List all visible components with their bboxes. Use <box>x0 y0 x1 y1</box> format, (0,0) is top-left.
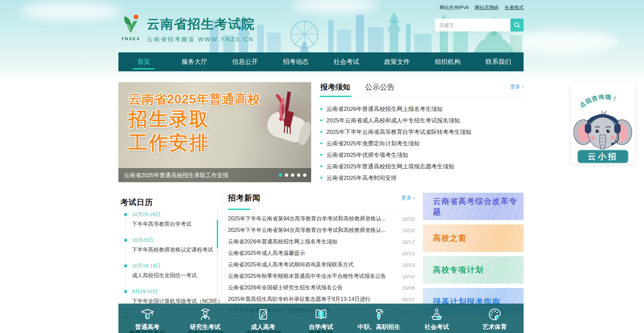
topic-banners: 云南省高考综合改革专题 高校之窗 高校专项计划 强基计划报考指南 <box>423 193 524 320</box>
calendar-item[interactable]: 10月25-26日 下半年高等教育自学考试 <box>118 211 222 228</box>
notice-item-title: 云南省2025年普通高校招生网上填报志愿考生须知 <box>326 163 454 170</box>
calendar-item[interactable]: 10月18-19日 成人高校招生全国统一考试 <box>118 263 222 279</box>
carousel-dot-5[interactable] <box>303 173 306 177</box>
notice-list-item[interactable]: 2025年云南省成人高校和成人中专招生考试报名须知 <box>320 115 524 126</box>
news-item-date: 10/20 <box>402 216 415 222</box>
tab-exam-notices[interactable]: 报考须知 <box>320 82 350 97</box>
notice-item-title: 2025年下半年云南省高等教育自学考试省际转考考生须知 <box>326 128 472 136</box>
hero-carousel[interactable]: 云南省2025年普通高校 招生录取 工作安排 云南省2025年普通高校招生录取工… <box>118 82 311 182</box>
quicknav-regular-gaokao[interactable]: 普通高考 教育相关单位 <box>118 304 176 333</box>
banner-special-university-plan[interactable]: 高校专项计划 <box>423 256 524 284</box>
topbar-link-accessibility[interactable]: 网站无障碍 <box>475 5 499 11</box>
carousel-dot-3[interactable] <box>291 173 294 177</box>
quicknav-sublink-education-units[interactable]: 教育相关单位 <box>129 329 166 333</box>
quicknav-graduate-exam[interactable]: 研究生考试 省内本科院校 <box>176 304 234 333</box>
admission-news-panel: 招考新闻 更多 › 2025年下半年云南省第94次高等教育自学考试和高校教师资格… <box>228 193 415 316</box>
mascot-consult-widget[interactable]: 点我咨询哦！ 云小招 <box>571 82 635 164</box>
notice-list: 云南省2026年普通高校招生网上报名考生须知 2025年云南省成人高校和成人中专… <box>320 103 524 184</box>
cloud-decoration <box>20 2 122 20</box>
nav-item-contact[interactable]: 联系我们 <box>473 52 524 71</box>
news-item-title: 云南省2026年全国硕士研究生招生考试报名公告 <box>228 284 402 291</box>
bullet-dot-icon <box>320 119 322 121</box>
timeline-dot-icon <box>124 213 127 216</box>
main-nav: 首页 服务大厅 信息公开 招考动态 社会考试 政策文件 组织机构 联系我们 <box>118 52 524 71</box>
news-list-item[interactable]: 云南省2025年成人高考温馨提示 10/13 <box>228 247 415 259</box>
news-more-link[interactable]: 更多 › <box>401 195 415 201</box>
topbar: 网站支持IPV6 网站无障碍 长者模式 <box>440 5 524 11</box>
news-list-item[interactable]: 云南省2025年成人高考考试期间咨询及举报联系方式 10/13 <box>228 259 415 270</box>
nav-item-service-hall[interactable]: 服务大厅 <box>169 52 220 71</box>
nav-item-policy-docs[interactable]: 政策文件 <box>372 52 422 71</box>
site-logo[interactable]: YNAEA <box>119 14 143 41</box>
nav-item-home[interactable]: 首页 <box>118 52 169 71</box>
quicknav-social-exams[interactable]: 社会考试 <box>408 304 466 333</box>
news-item-date: 10/13 <box>402 262 415 268</box>
news-item-title: 云南省2025年成人高考考试期间咨询及举报联系方式 <box>228 261 402 268</box>
open-book-icon <box>314 307 328 322</box>
news-list-item[interactable]: 云南省2025年秋季学期期末普通高中学业水平合格性考试报名公告 10/10 <box>228 270 415 282</box>
news-item-title: 云南省2025年成人高考温馨提示 <box>228 250 402 257</box>
quicknav-sublink-provincial-vocational[interactable]: 省内高职院校 <box>245 329 281 333</box>
news-item-title: 2025年下半年云南省第94次高等教育自学考试和高校教师资格认... <box>228 227 402 234</box>
news-item-date: 10/09 <box>402 285 415 291</box>
mascot-button-label: 云小招 <box>588 152 618 161</box>
news-list-item[interactable]: 云南省2026年普通高校招生网上报名考生须知 10/17 <box>228 236 415 247</box>
quicknav-art-sports[interactable]: 艺术体育 <box>466 304 524 333</box>
news-item-date: 10/17 <box>402 239 415 245</box>
notice-list-item[interactable]: 云南省2025年免费定向计划考生须知 <box>320 138 524 149</box>
site-title-block: 云南省招生考试院 云南省招考频道 WWW.YNZS.CN <box>147 14 255 43</box>
carousel-dot-1[interactable] <box>279 173 282 177</box>
notice-item-title: 云南省2025年高考时间安排 <box>326 174 397 182</box>
carousel-slide-title: 云南省2025年普通高校 招生录取 工作安排 <box>129 92 260 154</box>
tab-public-announcements[interactable]: 公示公告 <box>365 82 395 97</box>
news-list-item[interactable]: 2025年下半年云南省第94次高等教育自学考试和高校教师资格认... 10/20 <box>228 213 415 224</box>
carousel-caption[interactable]: 云南省2025年普通高校招生录取工作安排 <box>124 171 279 179</box>
notice-more-link[interactable]: 更多 › <box>510 84 524 90</box>
news-item-date: 10/20 <box>402 228 415 233</box>
calendar-item-event: 下半年高等教育自学考试 <box>132 221 222 228</box>
notice-list-item[interactable]: 云南省2025年优师专项考生须知 <box>320 149 524 161</box>
site-header: YNAEA 云南省招生考试院 云南省招考频道 WWW.YNZS.CN <box>119 14 255 43</box>
carousel-dot-2[interactable] <box>285 173 288 177</box>
quicknav-vocational-admissions[interactable]: 中职、高职招生 <box>350 304 408 333</box>
notice-list-item[interactable]: 云南省2025年高考时间安排 <box>320 172 524 184</box>
topbar-link-ipv6[interactable]: 网站支持IPV6 <box>440 5 469 11</box>
calendar-scrollbar-thumb[interactable] <box>217 220 218 248</box>
topbar-link-elder-mode[interactable]: 长者模式 <box>505 5 524 11</box>
notice-list-item[interactable]: 云南省2025年普通高校招生网上填报志愿考生须知 <box>320 161 524 172</box>
calendar-item-date: 10月25-26日 <box>132 211 222 218</box>
search-bar <box>435 19 524 31</box>
news-item-title: 云南省2026年普通高校招生网上报名考生须知 <box>228 238 402 245</box>
search-icon <box>513 21 521 29</box>
bullet-dot-icon <box>320 154 322 156</box>
search-button[interactable] <box>510 19 524 31</box>
quicknav-self-study-exam[interactable]: 自学考试 港澳高校 <box>292 304 350 333</box>
quicknav-sublink-provincial-undergrad[interactable]: 省内本科院校 <box>187 329 224 333</box>
nav-item-info-disclosure[interactable]: 信息公开 <box>220 52 271 71</box>
calendar-item[interactable]: 9月20-22日 下半年全国计算机等级考试（NCRE） <box>118 288 222 305</box>
nav-item-social-exams[interactable]: 社会考试 <box>321 52 372 71</box>
nav-item-admission-news[interactable]: 招考动态 <box>270 52 321 71</box>
notice-tabrow: 报考须知 公示公告 更多 › <box>320 82 524 98</box>
news-header: 招考新闻 更多 › <box>228 193 415 210</box>
news-item-title: 2025年普高招生高职专科补录征集志愿将于9月13-14日进行 <box>228 296 402 303</box>
nav-item-organization[interactable]: 组织机构 <box>422 52 473 71</box>
graduate-person-icon <box>198 307 212 322</box>
mascot-bubble-text: 点我咨询哦！ <box>578 94 619 109</box>
notice-list-item[interactable]: 2025年下半年云南省高等教育自学考试省际转考考生须知 <box>320 126 524 138</box>
calendar-item-date: 9月20-22日 <box>132 288 222 295</box>
quicknav-sublink-hk-macau-universities[interactable]: 港澳高校 <box>309 329 333 333</box>
news-list-item[interactable]: 2025年下半年云南省第94次高等教育自学考试和高校教师资格认... 10/20 <box>228 224 415 236</box>
carousel-dot-4[interactable] <box>297 173 300 177</box>
logo-acronym: YNAEA <box>119 37 143 41</box>
calendar-item[interactable]: 10月25日 下半年高校教师资格认定课程考试 <box>118 237 222 254</box>
site-subtitle: 云南省招考频道 WWW.YNZS.CN <box>147 35 255 43</box>
timeline-dot-icon <box>124 239 127 242</box>
notice-list-item[interactable]: 云南省2026年普通高校招生网上报名考生须知 <box>320 103 524 115</box>
search-input[interactable] <box>435 19 510 31</box>
banner-university-window[interactable]: 高校之窗 <box>423 224 524 252</box>
news-list-item[interactable]: 2025年普高招生高职专科补录征集志愿将于9月13-14日进行 09/12 <box>228 293 415 305</box>
banner-gaokao-reform[interactable]: 云南省高考综合改革专题 <box>423 193 524 220</box>
news-list-item[interactable]: 云南省2026年全国硕士研究生招生考试报名公告 10/09 <box>228 282 415 293</box>
quicknav-adult-gaokao[interactable]: 成人高考 省内高职院校 <box>234 304 292 333</box>
